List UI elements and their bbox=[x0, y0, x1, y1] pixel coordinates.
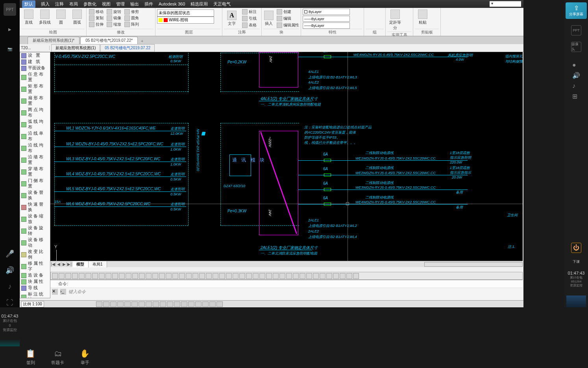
palette-scale[interactable]: T20... bbox=[20, 46, 50, 50]
tp-item-13[interactable]: 设备旋转 bbox=[20, 225, 50, 237]
cmdtool-38[interactable] bbox=[306, 273, 312, 279]
cmdtool-40[interactable] bbox=[320, 273, 325, 279]
menu-default[interactable]: 默认 bbox=[22, 0, 35, 8]
cmdtool-36[interactable] bbox=[293, 273, 299, 279]
statusbtn-9[interactable] bbox=[160, 301, 166, 307]
tp-item-16[interactable]: 移属性字 bbox=[20, 260, 50, 272]
cmd-arrow-icon[interactable]: ›_ bbox=[60, 289, 66, 295]
cmdtool-30[interactable] bbox=[253, 273, 259, 279]
btn-rotate[interactable]: 旋转 bbox=[106, 9, 122, 15]
cmdtool-42[interactable] bbox=[333, 273, 339, 279]
rp-mic-icon[interactable]: ● bbox=[572, 61, 580, 69]
cmdtool-21[interactable] bbox=[192, 273, 198, 279]
statusbtn-15[interactable] bbox=[202, 301, 209, 307]
tp-item-20[interactable]: 标注统计 bbox=[20, 291, 50, 298]
mt-last[interactable]: ▶| bbox=[67, 262, 72, 266]
cmdtool-12[interactable] bbox=[132, 273, 138, 279]
cmd-input[interactable]: 键入命令 bbox=[68, 289, 86, 295]
cmdtool-17[interactable] bbox=[166, 273, 172, 279]
color-dd[interactable]: ByLayer bbox=[303, 9, 350, 15]
menu-output[interactable]: 输出 bbox=[130, 1, 139, 7]
cmdtool-0[interactable] bbox=[52, 273, 58, 279]
btn-mirror[interactable]: 镜像 bbox=[106, 15, 122, 21]
tp-item-1[interactable]: 矩形布置 bbox=[20, 83, 50, 95]
cmdtool-6[interactable] bbox=[92, 273, 98, 279]
cmdtool-43[interactable] bbox=[340, 273, 346, 279]
speaker-icon[interactable]: 🔊 bbox=[6, 266, 14, 275]
tp-item-17[interactable]: 造 设 备 bbox=[20, 272, 50, 279]
music-icon[interactable]: ♪ bbox=[8, 283, 12, 291]
mt-first[interactable]: |◀ bbox=[50, 262, 56, 266]
cmdtool-27[interactable] bbox=[233, 273, 239, 279]
tp-item-7[interactable]: 沿墙布置 bbox=[20, 154, 50, 166]
menu-insert[interactable]: 插入 bbox=[41, 1, 50, 7]
mt-prev[interactable]: ◀ bbox=[56, 262, 61, 266]
cmdtool-18[interactable] bbox=[172, 273, 178, 279]
share-screen-button[interactable]: ⇪分享屏幕 bbox=[566, 2, 587, 19]
cmdtool-13[interactable] bbox=[139, 273, 145, 279]
statusbtn-2[interactable] bbox=[110, 301, 116, 307]
btn-fillet[interactable]: 圆角 bbox=[124, 15, 140, 21]
tp-item-0[interactable]: 任意布置 bbox=[20, 71, 50, 83]
btn-array[interactable]: 阵列 bbox=[124, 21, 140, 28]
btn-paste[interactable]: 粘贴 bbox=[415, 9, 431, 26]
filetab-1[interactable]: 新规应急照明系统图(1)* bbox=[28, 37, 80, 44]
rp-music-icon[interactable]: ♪ bbox=[572, 82, 580, 89]
btn-editattr[interactable]: 编辑属性 bbox=[276, 22, 300, 28]
menu-360[interactable]: Autodesk 360 bbox=[159, 2, 185, 6]
statusbtn-5[interactable] bbox=[131, 301, 138, 307]
cmdtool-11[interactable] bbox=[126, 273, 131, 279]
bb-signin[interactable]: 📋签到 bbox=[26, 349, 35, 366]
btn-pline[interactable]: 多段线 bbox=[37, 9, 52, 26]
tp-item-10[interactable]: 设备替换 bbox=[20, 190, 50, 201]
tp-item-5[interactable]: 沿线单布 bbox=[20, 130, 50, 142]
cmdtool-25[interactable] bbox=[219, 273, 225, 279]
tp-item-9[interactable]: 门侧布置 bbox=[20, 178, 50, 190]
sidebar-camera-icon[interactable]: 📷 bbox=[4, 43, 16, 55]
statusbtn-6[interactable] bbox=[139, 301, 145, 307]
cmdtool-5[interactable] bbox=[85, 273, 91, 279]
btn-trim[interactable]: 修剪 bbox=[124, 9, 140, 15]
cmdtool-1[interactable] bbox=[59, 273, 65, 279]
menu-view[interactable]: 视图 bbox=[102, 1, 111, 7]
mt-next[interactable]: ▶ bbox=[61, 262, 67, 266]
cmdtool-23[interactable] bbox=[206, 273, 212, 279]
ltype-dd[interactable]: —— ByLayer bbox=[303, 22, 350, 29]
cmdtool-3[interactable] bbox=[72, 273, 78, 279]
cmdtool-15[interactable] bbox=[152, 273, 158, 279]
cmdtool-32[interactable] bbox=[266, 273, 272, 279]
tp-item-8[interactable]: 穿墙布置 bbox=[20, 166, 50, 178]
btn-copy[interactable]: 复制 bbox=[88, 15, 104, 21]
btn-line[interactable]: 直线 bbox=[21, 9, 36, 26]
statusbtn-16[interactable] bbox=[209, 301, 216, 307]
btn-move[interactable]: 移动 bbox=[88, 9, 104, 15]
statusbtn-17[interactable] bbox=[216, 301, 223, 307]
bb-answercard[interactable]: 🗂答题卡 bbox=[51, 349, 64, 366]
tp-settings[interactable]: 设 置 bbox=[20, 52, 50, 59]
tp-item-11[interactable]: 快速替换 bbox=[20, 201, 50, 213]
statusbtn-8[interactable] bbox=[153, 301, 159, 307]
tp-item-6[interactable]: 沿线均布 bbox=[20, 142, 50, 154]
statusbtn-7[interactable] bbox=[146, 301, 152, 307]
rp-ppt[interactable]: PPT bbox=[571, 25, 581, 35]
menu-featured[interactable]: 精选应用 bbox=[190, 1, 208, 7]
cmdtool-29[interactable] bbox=[246, 273, 252, 279]
rp-end[interactable]: ⏻ bbox=[571, 243, 581, 253]
lweight-dd[interactable]: —— ByLayer bbox=[303, 16, 350, 22]
expand-icon[interactable]: ⛶ bbox=[6, 299, 13, 307]
cmdtool-10[interactable] bbox=[119, 273, 125, 279]
cmd-close-icon[interactable]: ✕ bbox=[52, 289, 58, 295]
cmdtool-39[interactable] bbox=[313, 273, 319, 279]
cmdtool-4[interactable] bbox=[79, 273, 85, 279]
btn-create[interactable]: 创建 bbox=[276, 9, 300, 15]
statusbtn-0[interactable] bbox=[96, 301, 102, 307]
btn-scale[interactable]: 缩放 bbox=[106, 21, 122, 28]
tp-item-3[interactable]: 两点均布 bbox=[20, 107, 50, 119]
statusbtn-11[interactable] bbox=[174, 301, 180, 307]
ptab-1[interactable]: 新规应急照明系统图(1) bbox=[51, 44, 100, 52]
tp-item-4[interactable]: 弧线均布 bbox=[20, 119, 50, 130]
btn-circle[interactable]: 圆 bbox=[54, 9, 68, 26]
cmdtool-37[interactable] bbox=[300, 273, 305, 279]
filetab-2[interactable]: 05 B2号楼电气2019.07.22* bbox=[80, 37, 138, 44]
menu-plugin[interactable]: 插件 bbox=[144, 1, 153, 7]
